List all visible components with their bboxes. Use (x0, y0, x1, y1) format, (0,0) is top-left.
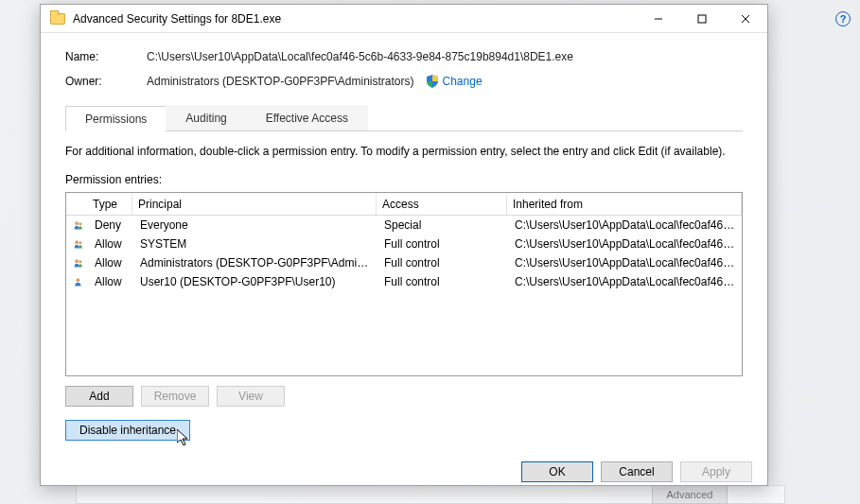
owner-row: Owner: Administrators (DESKTOP-G0PF3PF\A… (65, 75, 743, 88)
change-owner-link[interactable]: Change (443, 75, 483, 88)
disable-inheritance-button[interactable]: Disable inheritance (65, 420, 190, 441)
add-button[interactable]: Add (65, 386, 133, 407)
users-icon (74, 218, 83, 232)
minimize-button[interactable] (637, 5, 680, 33)
maximize-button[interactable] (680, 5, 724, 33)
cell-access: Full control (378, 235, 509, 252)
cell-access: Full control (378, 254, 509, 271)
svg-point-4 (75, 221, 79, 225)
svg-point-5 (79, 222, 81, 225)
advanced-security-window: Advanced Security Settings for 8DE1.exe … (40, 4, 768, 486)
table-row[interactable]: Allow SYSTEM Full control C:\Users\User1… (66, 235, 742, 253)
view-button: View (217, 386, 285, 407)
cell-access: Full control (378, 273, 509, 290)
table-row[interactable]: Allow Administrators (DESKTOP-G0PF3PF\Ad… (66, 253, 742, 272)
cancel-button[interactable]: Cancel (601, 461, 673, 482)
svg-point-10 (77, 278, 80, 282)
col-type[interactable]: Type (87, 194, 132, 215)
svg-point-7 (79, 241, 81, 244)
svg-point-6 (75, 240, 79, 244)
users-icon (74, 237, 83, 251)
svg-point-9 (79, 260, 81, 263)
cell-principal: Everyone (134, 217, 378, 234)
permission-entries-grid[interactable]: Type Principal Access Inherited from Den… (65, 192, 743, 376)
svg-point-8 (75, 259, 79, 263)
users-icon (74, 256, 83, 269)
cell-inherited: C:\Users\User10\AppData\Local\fec0af46-5… (509, 273, 742, 290)
dialog-footer: OK Cancel Apply (41, 452, 767, 494)
close-button[interactable] (724, 5, 767, 33)
col-inherited[interactable]: Inherited from (507, 194, 742, 215)
name-value: C:\Users\User10\AppData\Local\fec0af46-5… (147, 50, 573, 63)
titlebar[interactable]: Advanced Security Settings for 8DE1.exe (41, 5, 767, 33)
folder-icon (50, 13, 65, 25)
ok-button[interactable]: OK (521, 461, 593, 482)
grid-header[interactable]: Type Principal Access Inherited from (66, 193, 742, 216)
tabs: Permissions Auditing Effective Access (65, 105, 743, 131)
col-access[interactable]: Access (377, 194, 507, 215)
tab-permissions[interactable]: Permissions (65, 106, 167, 131)
tab-auditing[interactable]: Auditing (166, 105, 246, 130)
owner-value: Administrators (DESKTOP-G0PF3PF\Administ… (147, 75, 414, 88)
help-text: For additional information, double-click… (65, 145, 743, 158)
cell-type: Allow (89, 273, 134, 290)
user-icon (74, 275, 83, 288)
cell-inherited: C:\Users\User10\AppData\Local\fec0af46-5… (509, 254, 742, 271)
table-row[interactable]: Deny Everyone Special C:\Users\User10\Ap… (66, 216, 742, 235)
permission-entries-label: Permission entries: (65, 173, 743, 186)
help-icon[interactable]: ? (835, 11, 851, 26)
name-row: Name: C:\Users\User10\AppData\Local\fec0… (65, 50, 743, 63)
cell-type: Allow (89, 254, 134, 271)
cell-inherited: C:\Users\User10\AppData\Local\fec0af46-5… (509, 235, 742, 252)
table-row[interactable]: Allow User10 (DESKTOP-G0PF3PF\User10) Fu… (66, 272, 742, 291)
owner-label: Owner: (65, 75, 147, 88)
cell-inherited: C:\Users\User10\AppData\Local\fec0af46-5… (509, 217, 742, 234)
shield-icon (426, 75, 439, 88)
tab-effective-access[interactable]: Effective Access (246, 105, 368, 130)
cell-principal: SYSTEM (134, 235, 378, 252)
remove-button: Remove (141, 386, 209, 407)
cell-access: Special (378, 217, 509, 234)
apply-button: Apply (680, 461, 752, 482)
col-principal[interactable]: Principal (132, 194, 377, 215)
name-label: Name: (65, 50, 147, 63)
cell-type: Allow (89, 235, 134, 252)
svg-rect-1 (698, 15, 706, 23)
cell-type: Deny (89, 217, 134, 234)
cell-principal: Administrators (DESKTOP-G0PF3PF\Admini..… (134, 254, 378, 271)
window-title: Advanced Security Settings for 8DE1.exe (73, 12, 281, 26)
cell-principal: User10 (DESKTOP-G0PF3PF\User10) (134, 273, 378, 290)
